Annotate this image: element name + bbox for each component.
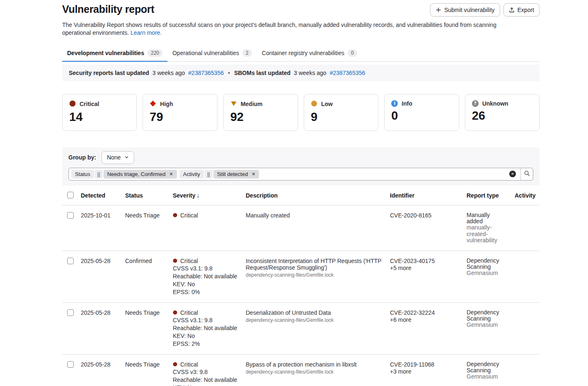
row-status: Needs Triage xyxy=(125,309,173,347)
table-row[interactable]: 2025-05-28 Needs Triage Critical CVSS v3… xyxy=(62,355,540,386)
vulnerability-title-link[interactable]: Bypass of a protection mechanism in libx… xyxy=(246,361,385,368)
severity-card-count: 79 xyxy=(150,110,210,124)
severity-details: CVSS v3.1: 9.8 Reachable: Not available … xyxy=(173,265,241,295)
severity-detail: Reachable: Not available xyxy=(173,325,241,332)
table-row[interactable]: 2025-05-28 Confirmed Critical CVSS v3.1:… xyxy=(62,251,540,303)
severity-card-count: 26 xyxy=(472,109,532,123)
learn-more-link[interactable]: Learn more. xyxy=(131,29,162,36)
row-severity-label: Critical xyxy=(180,361,198,368)
severity-card-label: Unknown xyxy=(482,100,508,107)
vulnerability-title-link[interactable]: Inconsistent Interpretation of HTTP Requ… xyxy=(246,258,385,271)
row-identifier: CVE-2020-8165 xyxy=(390,212,467,244)
severity-details: CVSS v3: 9.8 Reachable: Not available KE… xyxy=(173,369,241,386)
row-detected: 2025-05-28 xyxy=(81,309,125,347)
severity-detail: Reachable: Not available xyxy=(173,273,241,280)
vulnerability-location: dependency-scanning-files/Gemfile.lock xyxy=(246,272,385,278)
search-button[interactable] xyxy=(520,168,533,180)
row-checkbox[interactable] xyxy=(67,309,74,316)
row-report-tool: Gemnasium xyxy=(467,322,503,328)
token-operator[interactable]: || xyxy=(205,170,213,179)
header-status: Status xyxy=(125,192,173,199)
severity-critical-icon xyxy=(173,212,177,219)
row-severity-label: Critical xyxy=(180,258,198,265)
filter-token-status[interactable]: Status || Needs triage, Confirmed ✕ xyxy=(71,170,177,179)
export-icon xyxy=(509,7,515,13)
row-report-tool: Gemnasium xyxy=(467,270,503,276)
row-report-type: Manually added xyxy=(467,212,503,225)
row-report-type: Dependency Scanning xyxy=(467,309,503,322)
row-status: Needs Triage xyxy=(125,212,173,244)
row-detected: 2025-05-28 xyxy=(81,361,125,386)
severity-summary-cards: Critical 14 High 79 Medium 92 xyxy=(62,94,540,131)
filter-token-activity[interactable]: Activity || Still detected ✕ xyxy=(179,170,259,179)
row-severity-label: Critical xyxy=(180,309,198,316)
select-all-checkbox[interactable] xyxy=(67,192,74,198)
severity-card-count: 14 xyxy=(69,110,130,124)
severity-detail: CVSS v3.1: 9.8 xyxy=(173,265,241,272)
header-detected: Detected xyxy=(81,192,125,199)
row-activity xyxy=(515,361,540,386)
filtered-search-input[interactable]: Status || Needs triage, Confirmed ✕ Acti… xyxy=(68,168,533,181)
severity-detail: EPSS: 2% xyxy=(173,340,241,347)
row-status: Needs Triage xyxy=(125,361,173,386)
bullet-separator: • xyxy=(227,70,231,76)
header-severity[interactable]: Severity↓ xyxy=(173,192,246,199)
table-row[interactable]: 2025-05-28 Needs Triage Critical CVSS v3… xyxy=(62,303,540,355)
token-close-icon[interactable]: ✕ xyxy=(169,171,173,178)
row-detected: 2025-10-01 xyxy=(81,212,125,244)
token-value-text: Needs triage, Confirmed xyxy=(107,171,166,178)
severity-card-info: i Info 0 xyxy=(384,94,459,131)
row-detected: 2025-05-28 xyxy=(81,258,125,296)
tab-operational-vulnerabilities[interactable]: Operational vulnerabilities 2 xyxy=(167,46,257,61)
plus-icon xyxy=(436,7,441,13)
token-value[interactable]: Still detected ✕ xyxy=(213,170,259,179)
token-name[interactable]: Status xyxy=(71,170,94,179)
tab-development-vulnerabilities[interactable]: Development vulnerabilities 220 xyxy=(62,46,167,62)
row-checkbox[interactable] xyxy=(67,258,74,264)
vulnerability-title-link[interactable]: Deserialization of Untrusted Data xyxy=(246,309,385,316)
export-label: Export xyxy=(518,7,534,13)
sbom-pipeline-link[interactable]: #2387365356 xyxy=(330,70,365,76)
row-status: Confirmed xyxy=(125,258,173,296)
severity-detail: Reachable: Not available xyxy=(173,376,241,384)
row-activity xyxy=(515,258,540,296)
page-description: The Vulnerability Report shows results o… xyxy=(62,21,516,37)
row-checkbox[interactable] xyxy=(67,361,74,368)
token-value[interactable]: Needs triage, Confirmed ✕ xyxy=(104,170,177,179)
page-header: Vulnerability report Submit vulnerabilit… xyxy=(62,0,540,17)
reports-pipeline-link[interactable]: #2387365356 xyxy=(188,70,224,76)
severity-detail: CVSS v3.1: 9.8 xyxy=(173,317,241,324)
vulnerability-table: Detected Status Severity↓ Description Id… xyxy=(62,186,540,386)
tab-count-badge: 220 xyxy=(148,49,162,57)
severity-detail: KEV: No xyxy=(173,384,241,386)
description-text: The Vulnerability Report shows results o… xyxy=(62,22,496,36)
vulnerability-title-link[interactable]: Manually created xyxy=(246,212,385,219)
severity-card-unknown: ? Unknown 26 xyxy=(465,94,540,131)
severity-critical-icon xyxy=(173,309,177,316)
severity-unknown-icon: ? xyxy=(472,100,479,107)
clear-filters-icon[interactable]: ✕ xyxy=(509,171,516,177)
tab-count-badge: 2 xyxy=(242,49,252,57)
identifier-more: +3 more xyxy=(390,368,462,375)
table-row[interactable]: 2025-10-01 Needs Triage Critical Manuall… xyxy=(62,205,540,251)
tab-container-registry-vulnerabilities[interactable]: Container registry vulnerabilities 0 xyxy=(257,46,362,61)
severity-card-label: Info xyxy=(402,100,412,107)
row-report-tool: Gemnasium xyxy=(467,374,503,380)
token-operator[interactable]: || xyxy=(95,170,103,179)
submit-vulnerability-button[interactable]: Submit vulnerability xyxy=(430,3,500,17)
token-close-icon[interactable]: ✕ xyxy=(252,171,255,178)
row-activity xyxy=(515,309,540,347)
row-identifier: CVE-2023-40175 xyxy=(390,258,462,265)
tab-label: Operational vulnerabilities xyxy=(172,50,239,56)
group-by-dropdown[interactable]: None xyxy=(102,151,134,164)
severity-card-high: High 79 xyxy=(143,94,217,131)
severity-detail: KEV: No xyxy=(173,333,241,340)
severity-card-label: High xyxy=(160,101,173,107)
group-by-value: None xyxy=(107,154,121,161)
export-button[interactable]: Export xyxy=(503,3,540,17)
token-name[interactable]: Activity xyxy=(179,170,204,179)
chevron-down-icon xyxy=(124,154,129,161)
row-checkbox[interactable] xyxy=(67,212,74,219)
severity-card-label: Medium xyxy=(241,101,263,107)
row-report-tool: manually-created-vulnerability xyxy=(467,224,503,244)
